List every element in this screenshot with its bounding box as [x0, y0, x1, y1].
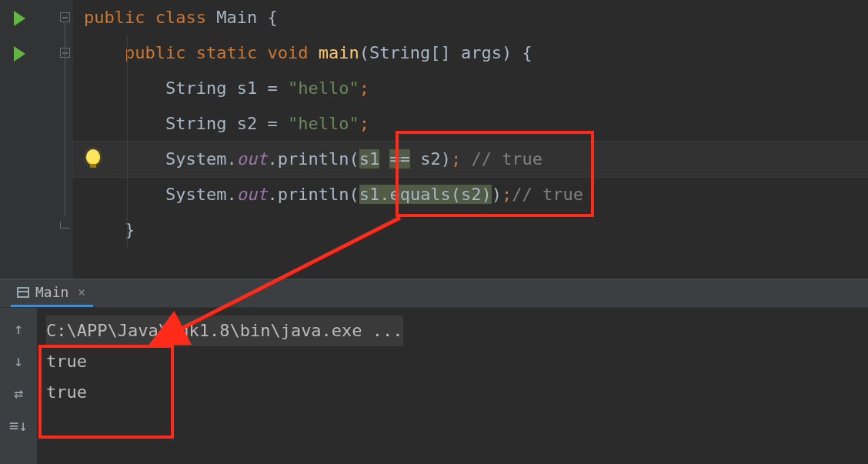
code-token: // true — [512, 185, 583, 204]
code-line[interactable]: public class Main { — [73, 0, 868, 35]
console-output-line: true — [46, 346, 859, 377]
intention-bulb-icon[interactable] — [86, 149, 100, 165]
code-token: System. — [165, 185, 237, 204]
code-editor[interactable]: public class Main { public static void m… — [0, 0, 868, 279]
soft-wrap-icon[interactable]: ⇄ — [10, 385, 27, 402]
console-command-line: C:\APP\Java\jdk1.8\bin\java.exe ... — [46, 315, 859, 346]
fold-end-icon — [60, 222, 70, 229]
code-token: == — [389, 149, 410, 169]
code-line[interactable]: } — [73, 212, 868, 248]
code-token: // true — [471, 149, 542, 169]
code-token: System. — [165, 149, 237, 169]
code-token: ; — [359, 114, 369, 133]
code-line[interactable]: public static void main(String[] args) { — [73, 35, 868, 71]
code-token: s1 — [359, 149, 380, 169]
console-toolbar: ↑ ↓ ⇄ ≡↓ — [0, 308, 37, 464]
code-token: s2) — [410, 149, 451, 169]
scroll-end-icon[interactable]: ≡↓ — [10, 417, 27, 434]
close-tab-icon[interactable]: × — [78, 285, 85, 299]
code-token: .println( — [267, 185, 359, 204]
code-token: } — [125, 220, 135, 239]
code-token: ; — [451, 149, 472, 169]
window-icon — [17, 287, 29, 298]
code-token: .println( — [267, 149, 359, 169]
console-output-line: true — [46, 377, 859, 408]
fold-guide — [65, 23, 65, 217]
console-tabbar: Main × — [0, 280, 868, 308]
code-token: main — [319, 43, 359, 62]
scroll-up-icon[interactable]: ↑ — [10, 320, 27, 337]
console-output[interactable]: C:\APP\Java\jdk1.8\bin\java.exe ... true… — [37, 308, 868, 464]
code-token: public class — [84, 8, 216, 27]
code-token: s1.equals(s2) — [359, 185, 492, 204]
run-method-icon[interactable] — [14, 46, 25, 62]
code-token: ; — [359, 78, 369, 98]
code-token: "hello" — [288, 114, 359, 133]
code-token: out — [237, 185, 268, 204]
code-line[interactable]: String s2 = "hello"; — [73, 106, 868, 142]
console-tab-label: Main — [35, 284, 68, 300]
code-token: String s2 = — [165, 114, 288, 133]
code-area[interactable]: public class Main { public static void m… — [73, 0, 868, 279]
run-tool-window: Main × ↑ ↓ ⇄ ≡↓ C:\APP\Java\jdk1.8\bin\j… — [0, 280, 868, 464]
code-token: "hello" — [288, 78, 359, 98]
code-token: String s1 = — [165, 78, 288, 98]
code-line[interactable]: System.out.println(s1 == s2); // true — [73, 142, 868, 177]
code-line[interactable]: String s1 = "hello"; — [73, 71, 868, 106]
scroll-down-icon[interactable]: ↓ — [10, 352, 27, 369]
code-token: out — [237, 149, 268, 169]
run-class-icon[interactable] — [14, 11, 25, 26]
editor-gutter — [0, 0, 73, 279]
fold-toggle-icon[interactable] — [60, 12, 70, 22]
code-token: Main { — [216, 8, 277, 27]
code-token: (String[] args) { — [359, 43, 532, 62]
code-token — [379, 149, 389, 169]
console-tab-main[interactable]: Main × — [11, 279, 93, 307]
code-token: ) — [492, 185, 502, 204]
code-token: ; — [502, 185, 512, 204]
code-token: public static void — [125, 43, 319, 62]
code-line[interactable]: System.out.println(s1.equals(s2));// tru… — [73, 177, 868, 212]
